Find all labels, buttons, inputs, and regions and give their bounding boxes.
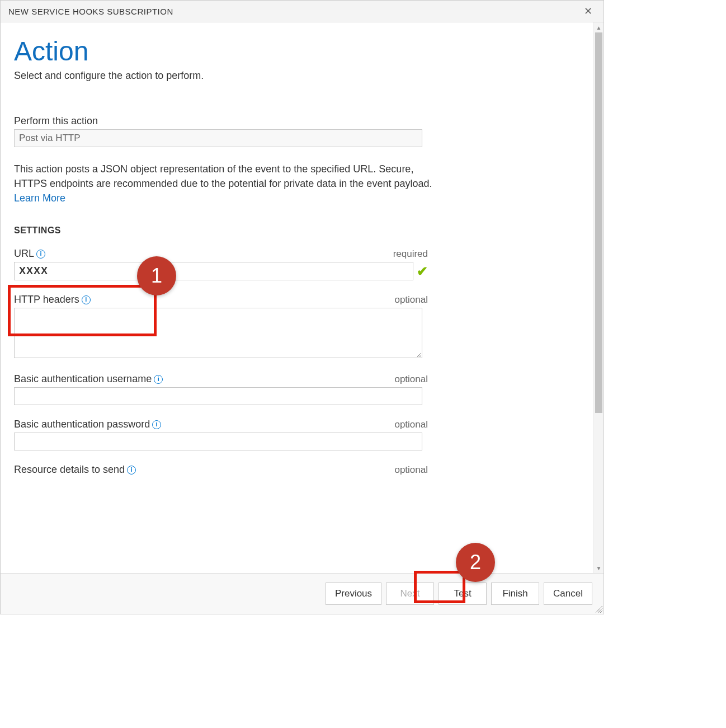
headers-field-block: HTTP headers i optional xyxy=(14,294,428,360)
scroll-track[interactable] xyxy=(594,32,604,563)
scroll-down-icon[interactable]: ▼ xyxy=(594,563,604,573)
previous-button[interactable]: Previous xyxy=(326,583,381,605)
basic-user-hint: optional xyxy=(394,374,428,385)
basic-pass-field-block: Basic authentication password i optional xyxy=(14,419,428,450)
action-label: Perform this action xyxy=(14,115,98,127)
url-label-text: URL xyxy=(14,248,34,260)
info-icon[interactable]: i xyxy=(152,420,161,429)
resource-details-label: Resource details to send i xyxy=(14,464,136,476)
basic-user-input[interactable] xyxy=(14,387,422,405)
dialog-body-wrap: Action Select and configure the action t… xyxy=(1,22,604,573)
action-description: This action posts a JSON object represen… xyxy=(14,162,439,205)
next-button[interactable]: Next xyxy=(386,583,434,605)
learn-more-link[interactable]: Learn More xyxy=(14,192,65,204)
scroll-up-icon[interactable]: ▲ xyxy=(594,22,604,32)
test-button[interactable]: Test xyxy=(439,583,487,605)
info-icon[interactable]: i xyxy=(36,250,45,259)
checkmark-icon: ✔ xyxy=(417,264,428,279)
url-input[interactable] xyxy=(14,262,413,280)
basic-pass-input[interactable] xyxy=(14,433,422,450)
annotation-callout-2: 2 xyxy=(456,543,495,582)
url-label: URL i xyxy=(14,248,45,260)
page-subtitle: Select and configure the action to perfo… xyxy=(14,70,580,82)
basic-user-field-block: Basic authentication username i optional xyxy=(14,373,428,405)
finish-button[interactable]: Finish xyxy=(491,583,539,605)
info-icon[interactable]: i xyxy=(127,466,136,475)
scroll-thumb[interactable] xyxy=(595,32,602,413)
info-icon[interactable]: i xyxy=(154,375,163,384)
resource-details-label-text: Resource details to send xyxy=(14,464,125,476)
headers-input[interactable] xyxy=(14,308,422,358)
dialog-window: NEW SERVICE HOOKS SUBSCRIPTION ✕ Action … xyxy=(0,0,604,614)
info-icon[interactable]: i xyxy=(82,295,91,304)
basic-pass-hint: optional xyxy=(394,419,428,430)
svg-line-1 xyxy=(598,608,602,613)
action-select-block: Perform this action xyxy=(14,115,428,147)
dialog-header: NEW SERVICE HOOKS SUBSCRIPTION ✕ xyxy=(1,1,604,22)
basic-user-label-text: Basic authentication username xyxy=(14,373,152,385)
basic-pass-label-text: Basic authentication password xyxy=(14,419,150,430)
dialog-title: NEW SERVICE HOOKS SUBSCRIPTION xyxy=(8,7,173,16)
dialog-footer: Previous Next Test Finish Cancel xyxy=(1,573,604,614)
url-hint: required xyxy=(393,248,428,260)
page-title: Action xyxy=(14,36,580,67)
svg-line-2 xyxy=(600,610,602,613)
scrollbar[interactable]: ▲ ▼ xyxy=(593,22,604,573)
svg-line-0 xyxy=(596,606,602,613)
resource-details-field-block: Resource details to send i optional xyxy=(14,464,428,476)
dialog-body: Action Select and configure the action t… xyxy=(1,22,593,573)
close-icon[interactable]: ✕ xyxy=(581,5,596,17)
action-select[interactable] xyxy=(14,129,422,147)
url-field-block: URL i required ✔ xyxy=(14,248,428,280)
settings-heading: SETTINGS xyxy=(14,226,580,236)
resource-details-hint: optional xyxy=(394,464,428,476)
action-description-text: This action posts a JSON object represen… xyxy=(14,163,432,189)
headers-hint: optional xyxy=(394,294,428,306)
annotation-callout-1: 1 xyxy=(137,256,176,295)
cancel-button[interactable]: Cancel xyxy=(544,583,592,605)
headers-label-text: HTTP headers xyxy=(14,294,79,306)
headers-label: HTTP headers i xyxy=(14,294,91,306)
basic-user-label: Basic authentication username i xyxy=(14,373,163,385)
resize-grip-icon xyxy=(593,604,602,613)
basic-pass-label: Basic authentication password i xyxy=(14,419,161,430)
